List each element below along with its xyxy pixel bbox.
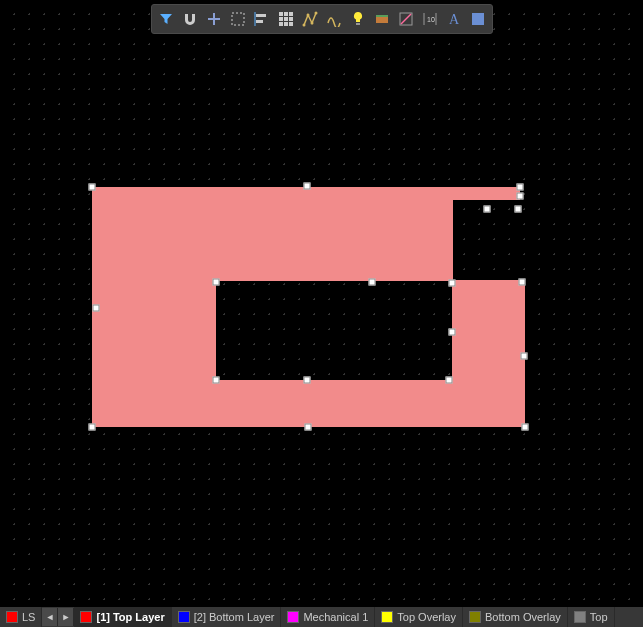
edit-handle[interactable] — [369, 279, 376, 286]
svg-point-13 — [302, 24, 305, 27]
edit-handle[interactable] — [515, 206, 522, 213]
svg-rect-0 — [232, 13, 244, 25]
edit-handle[interactable] — [213, 377, 220, 384]
edit-handle[interactable] — [89, 184, 96, 191]
svg-rect-12 — [289, 22, 293, 26]
polyline-tool[interactable] — [299, 8, 321, 30]
svg-rect-19 — [376, 15, 388, 17]
align-tool[interactable] — [251, 8, 273, 30]
layer-tab[interactable]: [1] Top Layer — [74, 607, 171, 627]
layer-stack-button[interactable]: LS — [0, 607, 42, 627]
edit-handle[interactable] — [446, 377, 453, 384]
edit-handle[interactable] — [93, 305, 100, 312]
edit-handle[interactable] — [213, 279, 220, 286]
text-tool[interactable]: A — [443, 8, 465, 30]
filter-tool[interactable] — [155, 8, 177, 30]
svg-rect-6 — [289, 12, 293, 16]
ls-swatch — [6, 611, 18, 623]
layer-tab[interactable]: Top — [568, 607, 615, 627]
layer-prev-button[interactable]: ◄ — [42, 608, 58, 626]
edit-handle[interactable] — [521, 353, 528, 360]
top-toolbar: 10 A — [151, 4, 493, 34]
svg-rect-26 — [472, 13, 484, 25]
svg-rect-1 — [256, 14, 266, 17]
layer-swatch — [381, 611, 393, 623]
svg-rect-11 — [284, 22, 288, 26]
svg-point-15 — [310, 22, 313, 25]
edit-handle[interactable] — [304, 183, 311, 190]
svg-rect-7 — [279, 17, 283, 21]
edit-handle[interactable] — [519, 279, 526, 286]
layer-tab[interactable]: [2] Bottom Layer — [172, 607, 282, 627]
layer-swatch — [287, 611, 299, 623]
svg-rect-4 — [279, 12, 283, 16]
layer-tab[interactable]: Mechanical 1 — [281, 607, 375, 627]
svg-line-21 — [401, 14, 411, 24]
edit-handle[interactable] — [517, 193, 524, 200]
layer-label: [2] Bottom Layer — [194, 611, 275, 623]
layer-label: [1] Top Layer — [96, 611, 164, 623]
layer-next-button[interactable]: ► — [58, 608, 74, 626]
layer-statusbar: LS ◄ ► [1] Top Layer[2] Bottom LayerMech… — [0, 607, 643, 627]
edit-handle[interactable] — [305, 424, 312, 431]
array-tool[interactable] — [275, 8, 297, 30]
layer-label: Top Overlay — [397, 611, 456, 623]
svg-rect-2 — [256, 20, 263, 23]
svg-rect-9 — [289, 17, 293, 21]
layer-swatch — [469, 611, 481, 623]
layer-tab[interactable]: Bottom Overlay — [463, 607, 568, 627]
edit-handle[interactable] — [304, 377, 311, 384]
pad-tool[interactable] — [371, 8, 393, 30]
layer-label: Top — [590, 611, 608, 623]
select-rect-tool[interactable] — [227, 8, 249, 30]
line-tool[interactable] — [395, 8, 417, 30]
layer-label: Bottom Overlay — [485, 611, 561, 623]
svg-rect-17 — [356, 23, 360, 25]
svg-point-16 — [314, 12, 317, 15]
edit-handle[interactable] — [449, 329, 456, 336]
layer-label: Mechanical 1 — [303, 611, 368, 623]
svg-point-14 — [306, 14, 309, 17]
layer-swatch — [574, 611, 586, 623]
layer-swatch — [178, 611, 190, 623]
dimension-tool[interactable]: 10 — [419, 8, 441, 30]
layer-swatch — [80, 611, 92, 623]
edit-handle[interactable] — [89, 424, 96, 431]
edit-handle[interactable] — [517, 184, 524, 191]
edit-handle[interactable] — [522, 424, 529, 431]
arc-tool[interactable] — [323, 8, 345, 30]
svg-rect-10 — [279, 22, 283, 26]
highlight-tool[interactable] — [347, 8, 369, 30]
svg-rect-5 — [284, 12, 288, 16]
layer-tab[interactable]: Top Overlay — [375, 607, 463, 627]
fill-tool[interactable] — [467, 8, 489, 30]
edit-handle[interactable] — [484, 206, 491, 213]
svg-rect-8 — [284, 17, 288, 21]
svg-text:10: 10 — [427, 16, 435, 23]
ls-label: LS — [22, 611, 35, 623]
svg-text:A: A — [449, 12, 460, 27]
edit-handle[interactable] — [449, 280, 456, 287]
add-tool[interactable] — [203, 8, 225, 30]
snap-tool[interactable] — [179, 8, 201, 30]
svg-rect-18 — [376, 17, 388, 23]
